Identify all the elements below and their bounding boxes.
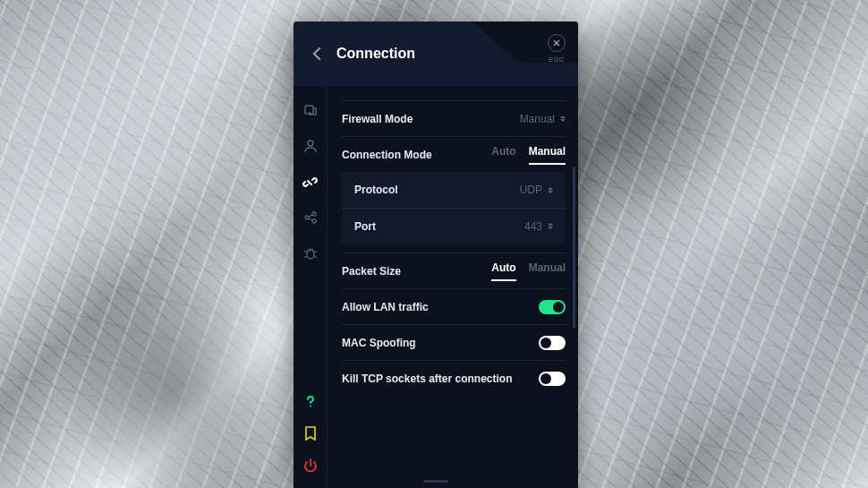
svg-point-5 (307, 250, 314, 259)
firewall-mode-label: Firewall Mode (342, 113, 413, 125)
sidebar-share-icon[interactable] (302, 210, 319, 226)
kill-tcp-label: Kill TCP sockets after connection (342, 372, 513, 385)
svg-point-3 (312, 212, 316, 216)
settings-content: Firewall Mode Manual Connection Mode Aut… (328, 86, 578, 488)
row-mac-spoofing: MAC Spoofing (342, 324, 566, 360)
row-connection-mode: Connection Mode Auto Manual (342, 136, 566, 172)
port-value: 443 (524, 220, 542, 233)
back-button[interactable] (308, 45, 326, 63)
firewall-mode-select[interactable]: Manual (520, 113, 566, 125)
resize-handle[interactable] (423, 480, 448, 483)
sidebar-connection-icon[interactable] (302, 174, 319, 190)
close-icon (548, 34, 566, 52)
esc-label: ESC (549, 56, 565, 64)
kill-tcp-toggle[interactable] (539, 372, 566, 386)
svg-point-4 (312, 219, 316, 223)
firewall-mode-value: Manual (520, 113, 555, 125)
page-title: Connection (336, 46, 415, 62)
sidebar-general-icon[interactable] (302, 102, 319, 118)
sidebar-debug-icon[interactable] (302, 245, 319, 261)
allow-lan-toggle[interactable] (539, 300, 566, 314)
protocol-select[interactable]: UDP (520, 184, 553, 196)
close-button[interactable]: ESC (548, 34, 566, 64)
port-label: Port (354, 220, 376, 233)
protocol-label: Protocol (354, 184, 398, 196)
row-port: Port 443 (342, 208, 566, 244)
svg-point-6 (310, 406, 311, 407)
port-select[interactable]: 443 (524, 220, 553, 233)
packet-size-auto[interactable]: Auto (491, 261, 515, 281)
connection-mode-segmented: Auto Manual (491, 145, 566, 165)
svg-point-2 (305, 216, 309, 219)
row-firewall-mode: Firewall Mode Manual (342, 100, 566, 136)
row-allow-lan: Allow LAN traffic (342, 288, 566, 324)
panel-body: Firewall Mode Manual Connection Mode Aut… (294, 86, 578, 488)
packet-size-manual[interactable]: Manual (529, 261, 566, 281)
chevron-updown-icon (548, 223, 553, 229)
connection-mode-auto[interactable]: Auto (491, 145, 515, 165)
connection-mode-manual[interactable]: Manual (529, 145, 566, 165)
connection-mode-label: Connection Mode (342, 149, 432, 161)
allow-lan-label: Allow LAN traffic (342, 301, 429, 313)
svg-point-1 (308, 141, 313, 146)
sidebar (294, 86, 328, 488)
panel-header: Connection ESC (294, 21, 578, 86)
sidebar-power-icon[interactable] (302, 458, 319, 474)
sidebar-account-icon[interactable] (302, 138, 319, 154)
protocol-value: UDP (520, 184, 542, 196)
scrollbar[interactable] (573, 167, 575, 328)
row-kill-tcp: Kill TCP sockets after connection (342, 360, 566, 396)
mac-spoofing-toggle[interactable] (539, 336, 566, 350)
connection-sub-panel: Protocol UDP Port 443 (342, 172, 566, 244)
sidebar-news-icon[interactable] (302, 425, 319, 441)
row-protocol: Protocol UDP (342, 172, 566, 208)
mac-spoofing-label: MAC Spoofing (342, 337, 416, 349)
chevron-updown-icon (548, 187, 553, 193)
chevron-updown-icon (560, 116, 566, 122)
packet-size-label: Packet Size (342, 265, 401, 278)
sidebar-help-icon[interactable] (302, 393, 319, 409)
row-packet-size: Packet Size Auto Manual (342, 253, 566, 288)
packet-size-segmented: Auto Manual (491, 261, 566, 281)
connection-panel: Connection ESC (294, 21, 578, 488)
